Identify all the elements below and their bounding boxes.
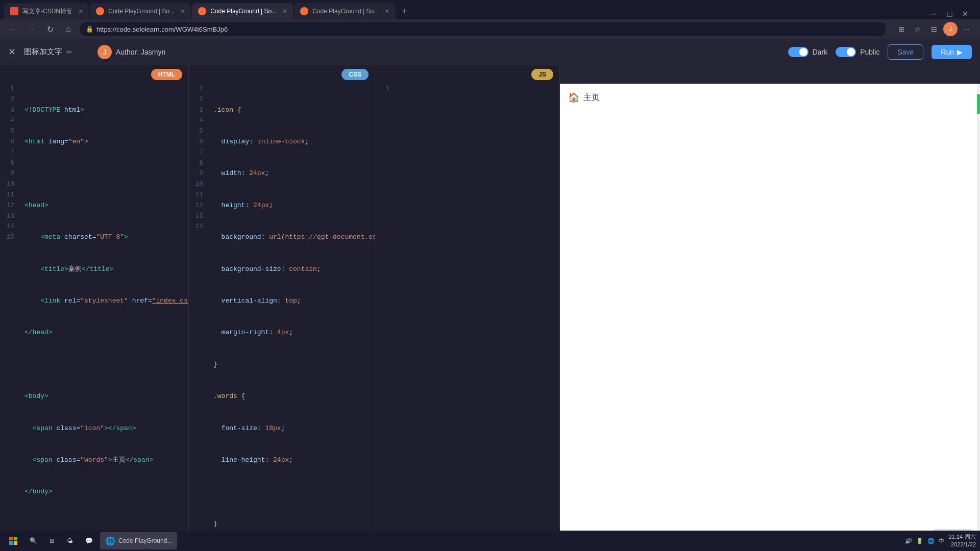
tab-close-sl2[interactable]: × [181, 7, 185, 15]
tab-close-csdn[interactable]: × [79, 7, 83, 15]
tab-favicon-sl2 [96, 7, 104, 15]
clock-time: 21:14 周六 [948, 533, 976, 541]
css-badge: CSS [341, 69, 369, 80]
js-badge: JS [531, 69, 553, 80]
html-panel: HTML 12345 678910 1112131415 <!DOCTYPE h… [0, 65, 189, 551]
js-panel-header: JS [375, 65, 559, 84]
preview-title: 主页 [583, 92, 600, 103]
url-bar[interactable]: 🔒 https://code.sololearn.com/WGW4t6SmBJp… [80, 22, 886, 36]
clock-date: 2022/1/22 [948, 541, 976, 548]
preview-home-icon: 🏠 [568, 92, 579, 103]
tab-close-sl3[interactable]: × [283, 7, 287, 15]
app-header: ✕ 图标加文字 ✏ J Author: Jasmyn Dark Public S… [0, 39, 980, 65]
extensions-button[interactable]: ⊞ [894, 22, 909, 36]
css-panel: CSS 12345 678910 11121314 .icon { displa… [189, 65, 375, 551]
settings-button[interactable]: ··· [960, 22, 974, 36]
refresh-button[interactable]: ↻ [43, 22, 57, 36]
profile-button[interactable]: J [943, 22, 958, 36]
css-code-content[interactable]: .icon { display: inline-block; width: 24… [209, 84, 375, 541]
public-toggle-group: Public [836, 47, 879, 57]
taskbar-chat-button[interactable]: 💬 [80, 532, 98, 549]
windows-logo-icon [9, 536, 17, 546]
taskbar-start-button[interactable] [4, 532, 22, 549]
preview-scrollbar[interactable] [977, 84, 980, 551]
tab-favicon-sl3 [198, 7, 206, 15]
battery-icon: 🌐 [927, 538, 935, 544]
forward-button[interactable]: → [24, 22, 39, 36]
preview-breadcrumb: 🏠 主页 [568, 92, 972, 103]
js-code-editor[interactable]: 1 [375, 84, 559, 541]
dark-toggle-label: Dark [813, 48, 828, 56]
minimize-button[interactable]: ─ [926, 9, 941, 19]
taskbar-browser-item[interactable]: 🌐 Code PlayGround... [100, 532, 177, 549]
public-mode-toggle[interactable] [836, 47, 856, 57]
tab-label-sl2: Code PlayGround | So... [108, 8, 175, 15]
divider [85, 46, 85, 58]
project-title: 图标加文字 ✏ [24, 47, 72, 57]
js-line-numbers: 1 [375, 84, 396, 541]
tab-bar: 写文章-CSDN博客 × Code PlayGround | So... × C… [0, 0, 980, 19]
url-text: https://code.sololearn.com/WGW4t6SmBJp6 [96, 26, 228, 33]
tab-label-sl3: Code PlayGround | So... [210, 8, 277, 15]
run-label: Run [941, 48, 954, 56]
project-title-text: 图标加文字 [24, 47, 62, 57]
browser-actions: ⊞ ☆ ⊟ J ··· [894, 22, 974, 36]
author-avatar: J [97, 45, 112, 59]
tab-favicon-sl4 [300, 7, 308, 15]
taskbar-taskview-button[interactable]: ⊞ [44, 532, 60, 549]
html-code-content[interactable]: <!DOCTYPE html> <html lang="en"> <head> … [20, 84, 188, 541]
taskview-icon: ⊞ [50, 537, 55, 544]
run-button[interactable]: Run ▶ [932, 45, 972, 59]
svg-rect-2 [9, 541, 13, 545]
taskbar-system-tray: 🔊 🔋 🌐 中 21:14 周六 2022/1/22 [905, 533, 976, 549]
dark-toggle-knob [799, 48, 807, 56]
dark-mode-toggle[interactable] [788, 47, 808, 57]
taskbar-search-button[interactable]: 🔍 [24, 532, 42, 549]
collections-button[interactable]: ⊟ [927, 22, 941, 36]
volume-icon: 🔋 [916, 538, 923, 544]
new-tab-button[interactable]: + [396, 3, 412, 19]
home-button[interactable]: ⌂ [61, 22, 76, 36]
html-code-editor[interactable]: 12345 678910 1112131415 <!DOCTYPE html> … [0, 84, 188, 541]
tab-sl3[interactable]: Code PlayGround | So... × [192, 3, 293, 19]
run-icon: ▶ [957, 48, 963, 56]
tab-label-csdn: 写文章-CSDN博客 [22, 7, 72, 16]
dark-toggle-group: Dark [788, 47, 828, 57]
taskbar-widgets-button[interactable]: 🌤 [62, 532, 78, 549]
chat-icon: 💬 [85, 537, 93, 544]
tab-sl4[interactable]: Code PlayGround | So... × [294, 3, 395, 19]
system-clock[interactable]: 21:14 周六 2022/1/22 [948, 533, 976, 549]
close-window-button[interactable]: × [958, 9, 972, 19]
svg-rect-1 [14, 537, 17, 540]
tab-csdn[interactable]: 写文章-CSDN博客 × [4, 3, 89, 19]
network-icon: 🔊 [905, 538, 912, 544]
svg-rect-3 [14, 541, 17, 545]
browser-chrome: 写文章-CSDN博客 × Code PlayGround | So... × C… [0, 0, 980, 39]
lock-icon: 🔒 [86, 26, 93, 33]
tab-close-sl4[interactable]: × [385, 7, 389, 15]
js-code-content[interactable] [396, 84, 559, 541]
preview-panel-header [560, 65, 980, 84]
public-toggle-label: Public [860, 48, 879, 56]
header-close-button[interactable]: ✕ [8, 46, 16, 58]
search-icon: 🔍 [30, 537, 37, 544]
css-panel-header: CSS [189, 65, 375, 84]
svg-rect-0 [9, 537, 13, 540]
widgets-icon: 🌤 [67, 537, 73, 544]
editor-area: HTML 12345 678910 1112131415 <!DOCTYPE h… [0, 65, 980, 551]
html-panel-header: HTML [0, 65, 188, 84]
tab-label-sl4: Code PlayGround | So... [312, 8, 379, 15]
html-line-numbers: 12345 678910 1112131415 [0, 84, 20, 541]
taskbar-browser-label: Code PlayGround... [118, 537, 172, 544]
favorites-button[interactable]: ☆ [911, 22, 925, 36]
js-panel: JS 1 [375, 65, 560, 551]
back-button[interactable]: ← [6, 22, 20, 36]
maximize-button[interactable]: □ [943, 10, 957, 19]
preview-content: 🏠 主页 Console [560, 84, 980, 551]
language-indicator: 中 [939, 537, 944, 545]
preview-scrollbar-thumb [977, 94, 980, 114]
save-button[interactable]: Save [888, 44, 923, 60]
edit-title-icon[interactable]: ✏ [66, 48, 72, 56]
tab-sl2[interactable]: Code PlayGround | So... × [90, 3, 191, 19]
css-code-editor[interactable]: 12345 678910 11121314 .icon { display: i… [189, 84, 375, 541]
